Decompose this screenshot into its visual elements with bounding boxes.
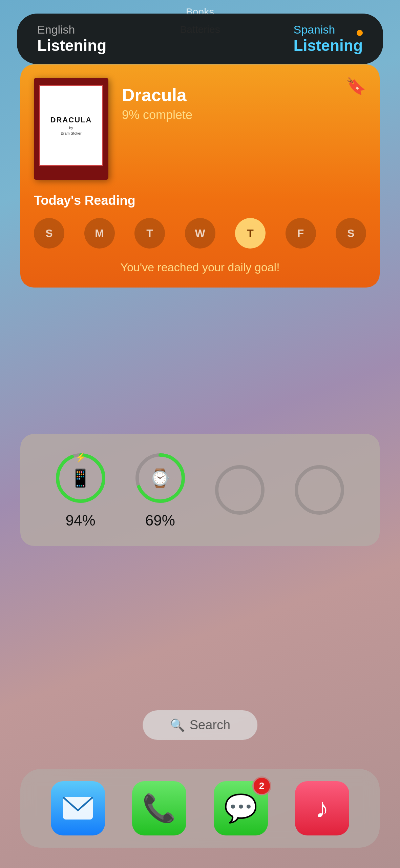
svg-point-5 [296,467,342,513]
phone-icon: 📞 [142,792,176,824]
day-tuesday: T [134,218,165,249]
spanish-lang-item: Spanish Listening [294,23,363,55]
book-cover-title: DRACULA [50,116,92,124]
empty-battery-1 [213,463,267,517]
spanish-mode: Listening [294,36,363,55]
language-banner: English Listening Spanish Listening [17,14,383,64]
phone-ring: ⚡ 📱 [54,451,108,505]
phone-percent: 94% [66,512,96,529]
bookmark-icon: 🔖 [346,77,366,96]
watch-percent: 69% [145,512,175,529]
phone-icon: 📱 [69,468,91,489]
empty-ring-2 [292,463,346,517]
day-thursday-active: T [235,218,266,249]
mail-app[interactable] [51,781,105,835]
search-label: Search [190,718,230,732]
book-name: Dracula [122,85,192,105]
mail-icon [63,797,93,820]
search-icon: 🔍 [170,718,185,732]
day-saturday: S [336,218,366,249]
book-progress: 9% complete [122,108,192,122]
phone-battery: ⚡ 📱 94% [54,451,108,529]
spanish-label: Spanish [294,23,363,36]
book-content: DRACULA by Bram Stoker Dracula 9% comple… [34,78,366,180]
watch-icon: ⌚ [149,468,171,489]
empty-battery-2 [292,463,346,517]
phone-app[interactable]: 📞 [132,781,186,835]
music-icon: ♪ [315,793,329,824]
today-reading-label: Today's Reading [34,193,366,208]
book-cover-author: Bram Stoker [61,131,81,135]
english-label: English [37,23,106,36]
day-monday: M [84,218,115,249]
days-row: S M T W T F S [34,218,366,249]
svg-point-4 [217,467,263,513]
goal-text: You've reached your daily goal! [34,261,366,274]
book-info: Dracula 9% complete [122,78,192,122]
books-widget[interactable]: DRACULA by Bram Stoker Dracula 9% comple… [20,64,380,288]
batteries-widget: ⚡ 📱 94% ⌚ 69% [20,434,380,546]
day-sunday: S [34,218,64,249]
messages-badge: 2 [252,776,271,795]
book-cover-by: by [69,126,73,130]
batteries-row: ⚡ 📱 94% ⌚ 69% [41,451,359,529]
day-wednesday: W [185,218,215,249]
music-app[interactable]: ♪ [295,781,349,835]
watch-battery: ⌚ 69% [133,451,187,529]
messages-app[interactable]: 💬 2 [214,781,268,835]
day-friday: F [286,218,316,249]
english-mode: Listening [37,36,106,55]
book-cover: DRACULA by Bram Stoker [34,78,108,180]
english-lang-item: English Listening [37,23,106,55]
messages-icon: 💬 [224,792,258,824]
search-button[interactable]: 🔍 Search [143,710,257,740]
watch-ring: ⌚ [133,451,187,505]
dock: 📞 💬 2 ♪ [20,769,380,848]
empty-ring-1 [213,463,267,517]
notification-dot [357,30,363,36]
lightning-icon: ⚡ [75,452,86,463]
